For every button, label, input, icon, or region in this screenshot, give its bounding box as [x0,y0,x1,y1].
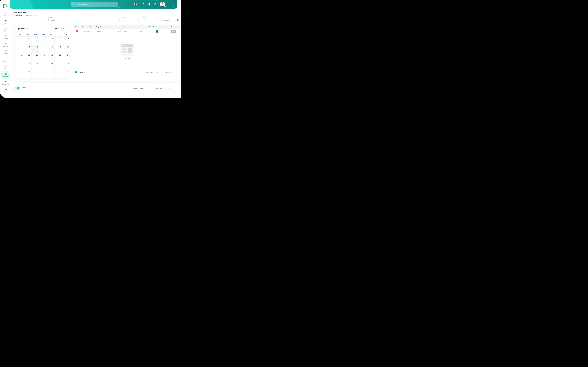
chevron-down-icon [136,19,137,21]
calendar-day[interactable]: 9 [55,44,62,53]
chevron-down-icon [140,30,141,32]
danse-toggle[interactable] [14,86,19,90]
calendar-day[interactable]: 1 [47,36,55,44]
sidebar-item-tasks[interactable]: Tasks [1,25,10,33]
filter-start-date-field[interactable]: Start Date [161,18,180,22]
calendar-icon [177,19,179,21]
calendar-day[interactable]: 31 [62,69,70,77]
rows-per-page-select[interactable]: 100 [155,71,160,73]
calendar-day[interactable]: 4 [16,44,24,53]
sidebar-item-timesheet[interactable]: Timesheet [1,71,10,79]
calendar-day[interactable]: 14 [39,53,47,61]
calendar-day[interactable]: 27 [16,36,24,44]
calendar-next-button[interactable] [66,27,68,30]
folder-icon [4,65,7,68]
calendar-day[interactable]: 3 [62,36,70,44]
profile-button[interactable] [141,0,145,8]
filter-search-field[interactable]: Search [46,18,118,22]
calendar-day[interactable]: 17 [62,53,70,61]
search-icon [47,19,50,21]
calendar-day[interactable]: 26 [24,69,31,77]
sidebar-item-label: Projects [3,38,8,39]
breadcrumb-dashboard[interactable]: Dashboard [14,14,22,16]
calendar-day[interactable]: 7 [39,44,47,53]
sidebar-item-missions[interactable]: Missions [1,41,10,48]
breadcrumb-separator [23,15,23,16]
calendar-day[interactable]: 30 [55,69,62,77]
rows-per-page-select[interactable]: 100 [145,87,150,89]
calendar-day[interactable]: 20 [32,61,39,69]
cell-actions: Save [167,29,180,34]
calendar-day[interactable]: 28 [24,36,31,44]
calendar-day[interactable]: 6 [32,44,39,53]
sidebar-item-projects[interactable]: Projects [1,33,10,41]
chevron-left-icon [52,28,54,30]
column-header-time-slot: Time Slot [147,25,167,29]
app-window: Home Team Tasks Projects [0,0,181,98]
rows-per-page-label: Rows per page: [143,71,154,73]
add-time-slot-button[interactable]: + [156,30,158,33]
calendar-day[interactable]: 5 [24,44,31,53]
app-logo[interactable] [2,3,8,9]
breadcrumb-timesheet[interactable]: Timesheet [25,14,32,16]
previous-page-button[interactable] [164,87,167,90]
filter-project-label: Project [121,17,126,18]
timesheet-table: SI No. Timesheet ID Project Task Time Sl… [74,25,180,75]
calendar-day[interactable]: 29 [32,36,39,44]
column-header-actions: Actions [167,25,180,29]
calendar-view-dropdown[interactable]: Month [18,28,28,30]
global-search-input[interactable] [76,3,117,6]
top-header-bar [10,0,177,8]
calendar-day[interactable]: 21 [39,61,47,69]
filter-project-select[interactable]: Project [119,18,138,22]
task-select[interactable]: Task [123,30,143,33]
rows-per-page-value: 100 [145,87,148,89]
project-select[interactable]: Project [96,30,120,33]
calendar-day[interactable]: 25 [16,69,24,77]
danse-label: Danse [21,86,26,89]
column-header-project: Project [94,25,121,29]
previous-page-button[interactable] [171,71,174,74]
notifications-button[interactable] [147,0,152,8]
dense-toggle[interactable] [75,71,79,73]
chevron-right-icon [176,71,178,73]
global-search[interactable] [71,2,118,7]
calendar-day[interactable]: 16 [55,53,62,61]
timesheet-id-input[interactable] [82,30,93,33]
calendar-day[interactable]: 28 [39,69,47,77]
sidebar-item-home[interactable]: Home [1,10,10,18]
language-button[interactable] [133,0,138,8]
sidebar-item-team[interactable]: Team [1,18,10,26]
calendar-day[interactable]: 13 [32,53,39,61]
calendar-day[interactable]: 12 [24,53,31,61]
documents-icon [4,80,7,83]
calendar-day[interactable]: 27 [32,69,39,77]
calendar-day[interactable]: 30 [39,36,47,44]
calendar-day[interactable]: 24 [62,61,70,69]
weekday-label: Thu [47,32,55,36]
calendar-day[interactable]: 10 [62,44,70,53]
calendar-day[interactable]: 23 [55,61,62,69]
sidebar-item-vendors[interactable]: Vendors [1,56,10,64]
save-button[interactable]: Save [171,30,176,33]
calendar-day[interactable]: 8 [47,44,55,53]
remove-row-button[interactable]: ✕ [76,30,78,33]
chevron-left-icon [172,71,174,73]
calendar-day[interactable]: 18 [16,61,24,69]
calendar-day[interactable]: 15 [47,53,55,61]
calendar-day[interactable]: 19 [24,61,31,69]
calendar-day[interactable]: 11 [16,53,24,61]
sidebar-item-files[interactable]: Files [1,64,10,71]
next-page-button[interactable] [168,87,171,90]
next-page-button[interactable] [176,71,179,74]
page-pagination: Rows per page: 100 1–29 of 29 [132,87,171,90]
calendar-day[interactable]: 29 [47,69,55,77]
calendar-day[interactable]: 2 [55,36,62,44]
filter-search-input[interactable] [50,18,104,22]
calendar-prev-button[interactable] [51,27,54,30]
filter-task-select[interactable]: Task [140,18,159,22]
settings-button[interactable] [153,0,158,8]
user-avatar-button[interactable] [160,2,165,7]
calendar-day[interactable]: 22 [47,61,55,69]
sidebar-item-clients[interactable]: Clients [1,48,10,56]
